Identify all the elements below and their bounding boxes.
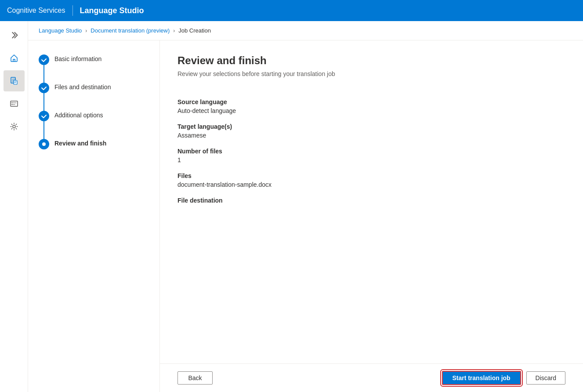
field-label-file-destination: File destination [177,197,565,204]
field-label-target-language: Target language(s) [177,123,565,130]
field-value-source-language: Auto-detect language [177,107,565,114]
step-basic-information: Basic information [39,54,149,65]
start-translation-button[interactable]: Start translation job [442,371,521,385]
check-icon-1 [41,57,47,63]
breadcrumb-current: Job Creation [178,27,211,34]
step-connector-3 [43,121,44,139]
field-value-target-language: Assamese [177,132,565,139]
breadcrumb-link-2[interactable]: Document translation (preview) [91,27,170,34]
field-target-language: Target language(s) Assamese [177,114,565,139]
top-bar: Cognitive Services Language Studio [0,0,583,21]
settings-icon [10,122,18,131]
layout: Language Studio › Document translation (… [0,21,583,392]
svg-point-3 [11,102,12,103]
list-icon [10,99,18,108]
active-dot-icon [42,142,46,146]
step-circle-1 [39,54,49,65]
field-file-destination: File destination [177,188,565,206]
step-connector-1 [43,65,44,83]
step-label-3: Additional options [54,111,103,119]
steps-panel: Basic information Files and destination [28,40,160,392]
sidebar-home-button[interactable] [4,47,25,69]
sidebar-icons [0,21,28,392]
field-label-number-of-files: Number of files [177,148,565,155]
step-circle-3 [39,111,49,121]
sidebar-list-button[interactable] [4,93,25,114]
sidebar-document-button[interactable] [4,70,25,91]
review-panel: Review and finish Review your selections… [160,40,583,363]
top-bar-divider [72,5,73,16]
step-connector-2 [43,93,44,111]
breadcrumb-sep-1: › [85,28,87,34]
check-icon-2 [41,85,47,91]
sidebar-settings-button[interactable] [4,116,25,137]
content-row: Basic information Files and destination [28,40,583,392]
field-label-source-language: Source language [177,98,565,105]
review-container: Review and finish Review your selections… [160,40,583,392]
document-icon [10,76,18,85]
field-label-files: Files [177,172,565,179]
breadcrumb-link-1[interactable]: Language Studio [39,27,82,34]
field-source-language: Source language Auto-detect language [177,90,565,114]
step-label-4: Review and finish [54,139,106,147]
step-label-1: Basic information [54,54,101,62]
svg-point-6 [42,142,46,146]
breadcrumb-sep-2: › [173,28,175,34]
chevron-right-icon [10,31,18,40]
discard-button[interactable]: Discard [526,371,565,385]
field-value-number-of-files: 1 [177,156,565,163]
step-circle-2 [39,83,49,93]
svg-rect-2 [11,101,18,106]
review-title: Review and finish [177,54,565,67]
review-subtitle: Review your selections before starting y… [177,70,565,77]
collapse-button[interactable] [4,25,25,46]
step-files-destination: Files and destination [39,83,149,93]
main-content: Language Studio › Document translation (… [28,21,583,392]
step-review-finish: Review and finish [39,139,149,149]
svg-point-4 [11,104,12,105]
breadcrumb: Language Studio › Document translation (… [28,21,583,40]
svg-rect-1 [14,80,17,84]
svg-point-5 [13,125,15,128]
step-label-2: Files and destination [54,83,111,91]
service-label: Cognitive Services [7,7,65,15]
field-value-files: document-translation-sample.docx [177,181,565,188]
back-button[interactable]: Back [177,371,213,385]
step-circle-4 [39,139,49,149]
action-bar: Back Start translation job Discard [160,363,583,392]
field-number-of-files: Number of files 1 [177,139,565,163]
step-additional-options: Additional options [39,111,149,121]
app-title: Language Studio [80,6,144,15]
check-icon-3 [41,113,47,119]
field-files: Files document-translation-sample.docx [177,163,565,188]
home-icon [10,54,18,62]
